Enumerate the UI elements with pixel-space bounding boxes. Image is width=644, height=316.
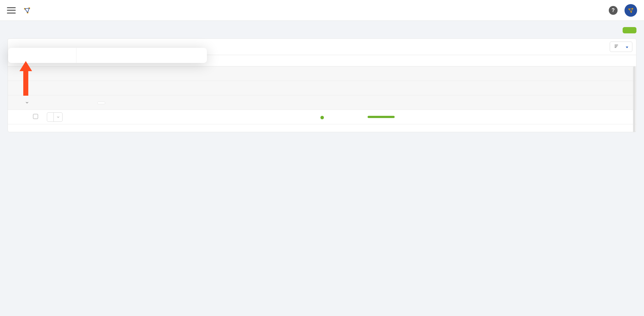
page-header-row	[8, 27, 636, 33]
open-route-button[interactable]	[47, 112, 63, 122]
nav-categories	[8, 48, 76, 63]
group-row	[8, 66, 636, 81]
group-route-count	[97, 102, 105, 104]
plan-new-route-button[interactable]	[623, 27, 636, 33]
cell-progress	[368, 116, 430, 118]
chevron-down-icon[interactable]	[53, 113, 62, 121]
group-by-icon	[614, 44, 619, 50]
table-footer	[8, 124, 636, 132]
topbar: ?	[0, 0, 644, 21]
navigation-menu	[8, 48, 207, 63]
group-by-dropdown[interactable]	[610, 42, 632, 52]
avatar-icon	[627, 7, 634, 14]
avatar[interactable]	[625, 4, 637, 17]
scrollbar[interactable]	[633, 66, 636, 132]
logo[interactable]	[23, 6, 33, 15]
row-checkbox[interactable]	[33, 114, 38, 119]
page	[0, 21, 644, 316]
group-row[interactable]	[8, 95, 636, 110]
help-icon[interactable]: ?	[609, 6, 618, 15]
hamburger-menu-button[interactable]	[7, 7, 16, 14]
group-row	[8, 81, 636, 95]
table-row[interactable]	[8, 110, 636, 124]
group-by-value	[624, 44, 628, 49]
cell-status	[320, 114, 368, 120]
logo-mark-icon	[23, 6, 31, 15]
nav-submenu	[76, 48, 207, 63]
chevron-down-icon[interactable]	[23, 99, 31, 107]
